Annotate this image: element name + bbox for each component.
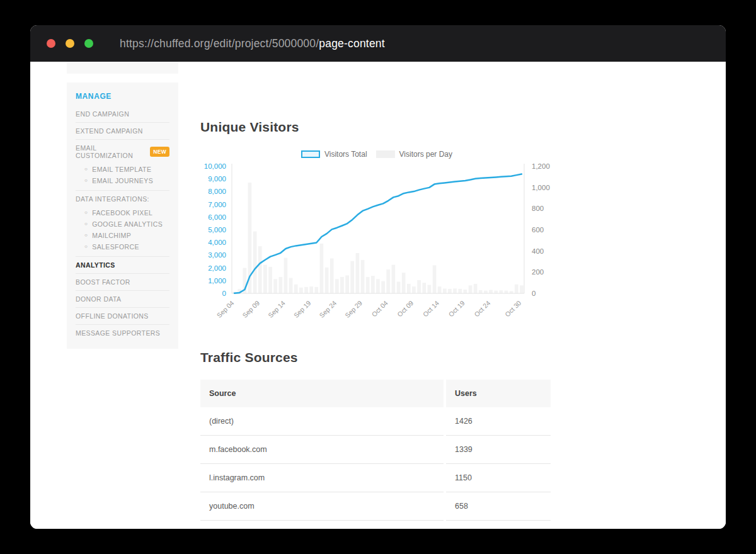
table-row: l.instagram.com1150 xyxy=(200,464,551,492)
svg-text:Oct 24: Oct 24 xyxy=(472,299,491,318)
svg-text:Oct 09: Oct 09 xyxy=(396,299,415,318)
sidebar-item-label: OFFLINE DONATIONS xyxy=(76,312,149,320)
svg-text:Oct 04: Oct 04 xyxy=(370,299,389,318)
svg-text:Oct 30: Oct 30 xyxy=(503,299,522,318)
svg-text:Sep 19: Sep 19 xyxy=(292,299,312,319)
traffic-table-body: (direct)1426m.facebook.com1339l.instagra… xyxy=(200,407,551,521)
column-header-users: Users xyxy=(446,380,551,407)
sidebar-item-message-supporters[interactable]: MESSAGE SUPPORTERS xyxy=(76,324,169,341)
legend-label: Visitors per Day xyxy=(399,150,452,159)
source-cell: l.instagram.com xyxy=(200,464,444,492)
sidebar-item-label: MAILCHIMP xyxy=(92,232,131,239)
table-row: (direct)1426 xyxy=(200,407,551,436)
close-button[interactable] xyxy=(47,39,55,48)
svg-text:Sep 29: Sep 29 xyxy=(343,299,364,319)
window-controls xyxy=(47,39,93,48)
sidebar-item-label: GOOGLE ANALYTICS xyxy=(92,220,163,228)
svg-text:10,000: 10,000 xyxy=(204,162,226,170)
url-active-segment: page-content xyxy=(319,37,385,50)
address-bar[interactable]: https://chuffed.org/edit/project/5000000… xyxy=(120,37,385,50)
sidebar-item-label: ANALYTICS xyxy=(76,261,115,269)
svg-text:2,000: 2,000 xyxy=(208,264,226,272)
source-cell: (direct) xyxy=(200,407,444,436)
column-header-source: Source xyxy=(200,380,444,407)
users-cell: 1150 xyxy=(446,464,551,492)
svg-text:600: 600 xyxy=(532,226,544,234)
sidebar-item-extend-campaign[interactable]: EXTEND CAMPAIGN xyxy=(76,122,169,139)
sidebar-item-label: BOOST FACTOR xyxy=(76,278,130,286)
svg-text:8,000: 8,000 xyxy=(208,188,226,195)
svg-text:Sep 04: Sep 04 xyxy=(215,299,235,319)
url-prefix: https://chuffed.org/edit/project/5000000… xyxy=(120,37,319,50)
circle-bullet-icon: ○ xyxy=(84,244,88,249)
sidebar-item-label: DONOR DATA xyxy=(76,295,121,303)
sidebar-item-boost-factor[interactable]: BOOST FACTOR xyxy=(76,273,169,290)
svg-text:Oct 14: Oct 14 xyxy=(421,299,440,318)
circle-bullet-icon: ○ xyxy=(84,210,88,215)
legend-label: Visitors Total xyxy=(324,150,367,159)
sidebar-item-label: EMAIL CUSTOMIZATION xyxy=(76,144,150,159)
svg-text:Sep 14: Sep 14 xyxy=(266,299,287,319)
sidebar-item-label: EXTEND CAMPAIGN xyxy=(76,127,143,135)
line-series-swatch-icon xyxy=(301,150,320,158)
svg-text:1,000: 1,000 xyxy=(532,184,550,191)
legend-item-visitors-total[interactable]: Visitors Total xyxy=(301,150,367,159)
visitors-chart-svg: 01,0002,0003,0004,0005,0006,0007,0008,00… xyxy=(200,160,553,331)
circle-bullet-icon: ○ xyxy=(84,178,88,183)
source-cell: youtube.com xyxy=(200,492,444,521)
sidebar-item-email-customization[interactable]: EMAIL CUSTOMIZATION NEW xyxy=(76,139,169,164)
email-customization-subitems: ○ EMAIL TEMPLATE ○ EMAIL JOURNEYS xyxy=(76,164,169,190)
svg-text:1,200: 1,200 xyxy=(532,162,550,170)
sidebar-subitem-salesforce[interactable]: ○ SALESFORCE xyxy=(76,241,169,252)
sidebar: MANAGE END CAMPAIGN EXTEND CAMPAIGN EMAI… xyxy=(67,62,178,349)
svg-text:200: 200 xyxy=(532,268,544,276)
sidebar-item-offline-donations[interactable]: OFFLINE DONATIONS xyxy=(76,307,169,324)
sidebar-item-label: SALESFORCE xyxy=(92,243,139,251)
sidebar-item-analytics[interactable]: ANALYTICS xyxy=(76,256,169,273)
data-integrations-subitems: ○ FACEBOOK PIXEL ○ GOOGLE ANALYTICS ○ MA… xyxy=(76,207,169,256)
svg-text:Oct 19: Oct 19 xyxy=(447,299,466,318)
sidebar-subitem-email-journeys[interactable]: ○ EMAIL JOURNEYS xyxy=(76,175,169,186)
svg-text:Sep 09: Sep 09 xyxy=(241,299,261,319)
minimize-button[interactable] xyxy=(66,39,74,48)
users-cell: 1426 xyxy=(446,407,551,436)
users-cell: 1339 xyxy=(446,436,551,464)
sidebar-item-donor-data[interactable]: DONOR DATA xyxy=(76,290,169,307)
chart-legend: Visitors Total Visitors per Day xyxy=(200,150,553,159)
circle-bullet-icon: ○ xyxy=(84,233,88,238)
svg-text:0: 0 xyxy=(222,290,226,297)
svg-text:9,000: 9,000 xyxy=(208,175,226,183)
svg-text:400: 400 xyxy=(532,247,544,255)
legend-item-visitors-per-day[interactable]: Visitors per Day xyxy=(376,150,452,159)
traffic-sources-table: Source Users (direct)1426m.facebook.com1… xyxy=(200,380,551,521)
svg-text:0: 0 xyxy=(532,290,536,297)
traffic-sources-heading: Traffic Sources xyxy=(200,350,298,365)
sidebar-item-end-campaign[interactable]: END CAMPAIGN xyxy=(76,106,169,122)
unique-visitors-heading: Unique Visitors xyxy=(200,120,299,135)
sidebar-subitem-google-analytics[interactable]: ○ GOOGLE ANALYTICS xyxy=(76,218,169,230)
sidebar-item-label: END CAMPAIGN xyxy=(76,110,129,118)
new-badge: NEW xyxy=(150,147,169,157)
svg-text:Sep 24: Sep 24 xyxy=(318,299,338,319)
users-cell: 658 xyxy=(446,492,551,521)
sidebar-item-data-integrations: DATA INTEGRATIONS: xyxy=(76,190,169,207)
svg-text:4,000: 4,000 xyxy=(208,239,226,246)
svg-text:5,000: 5,000 xyxy=(208,226,226,234)
source-cell: m.facebook.com xyxy=(200,436,444,464)
browser-window: https://chuffed.org/edit/project/5000000… xyxy=(30,25,726,529)
sidebar-subitem-facebook-pixel[interactable]: ○ FACEBOOK PIXEL xyxy=(76,207,169,218)
page-content: MANAGE END CAMPAIGN EXTEND CAMPAIGN EMAI… xyxy=(30,62,726,529)
browser-titlebar: https://chuffed.org/edit/project/5000000… xyxy=(30,25,726,62)
svg-text:3,000: 3,000 xyxy=(208,251,226,259)
table-row: youtube.com658 xyxy=(200,492,551,521)
sidebar-section-title: MANAGE xyxy=(76,92,169,101)
sidebar-item-label: FACEBOOK PIXEL xyxy=(92,209,152,217)
sidebar-subitem-mailchimp[interactable]: ○ MAILCHIMP xyxy=(76,230,169,241)
sidebar-box-partial xyxy=(67,62,178,74)
sidebar-item-label: MESSAGE SUPPORTERS xyxy=(76,329,160,337)
svg-text:7,000: 7,000 xyxy=(208,201,226,208)
zoom-button[interactable] xyxy=(84,39,93,48)
sidebar-manage-box: MANAGE END CAMPAIGN EXTEND CAMPAIGN EMAI… xyxy=(67,82,178,349)
sidebar-item-label: EMAIL TEMPLATE xyxy=(92,166,151,173)
sidebar-subitem-email-template[interactable]: ○ EMAIL TEMPLATE xyxy=(76,164,169,175)
